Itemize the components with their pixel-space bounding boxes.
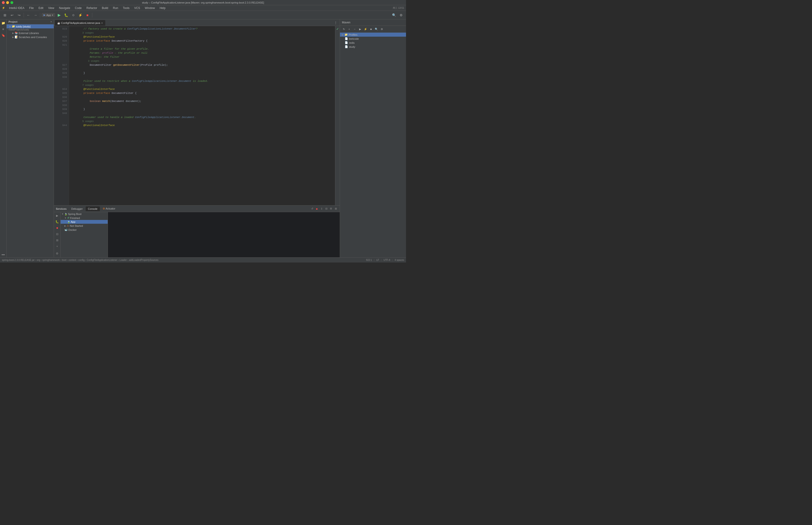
- menu-window[interactable]: Window: [143, 6, 157, 10]
- finished-item[interactable]: ▼ ↺ Finished: [61, 216, 108, 220]
- rerun-btn[interactable]: ↺: [310, 207, 314, 211]
- maven-leetcode-item[interactable]: 📄 leetcode: [340, 37, 406, 41]
- expand-btn[interactable]: +: [55, 244, 60, 249]
- layout-btn[interactable]: ⊞: [334, 207, 338, 211]
- maximize-btn[interactable]: [11, 1, 13, 4]
- menu-app[interactable]: IntelliJ IDEA: [7, 6, 26, 10]
- run-configuration[interactable]: ▶ App ▾: [42, 13, 55, 17]
- profiles-label: Profiles: [349, 33, 357, 36]
- tab-options-btn[interactable]: ⋮: [333, 20, 339, 26]
- maven-expand-btn[interactable]: ▶: [358, 27, 363, 31]
- project-settings-icon[interactable]: ▾: [50, 20, 52, 23]
- menu-tools[interactable]: Tools: [121, 6, 131, 10]
- run-button[interactable]: ▶: [56, 12, 62, 18]
- status-bar: spring-boot-2.3.0.RELEASE.jar › org › sp…: [0, 257, 406, 262]
- root-folder-icon: 📁: [12, 25, 15, 28]
- scratches-icon: 📝: [15, 35, 18, 39]
- menu-file[interactable]: File: [27, 6, 35, 10]
- close-btn[interactable]: [2, 1, 5, 4]
- scratches-item[interactable]: ▶ 📝 Scratches and Consoles: [6, 35, 54, 39]
- maven-profiles-item[interactable]: ▶ 📁 Profiles: [340, 33, 406, 37]
- line-numbers: 919 920 928 921 927 928 929 930 934 935 …: [58, 26, 69, 205]
- menu-refactor[interactable]: Refactor: [85, 6, 99, 10]
- more-tools-btn[interactable]: •••: [1, 252, 6, 257]
- redo-btn[interactable]: ↪: [16, 12, 22, 18]
- run-svc-btn[interactable]: ▶: [55, 213, 60, 218]
- status-path[interactable]: spring-boot-2.3.0.RELEASE.jar › org › sp…: [2, 259, 158, 261]
- settings2-btn[interactable]: ⚙: [329, 207, 333, 211]
- maven-redis-item[interactable]: 📄 redis: [340, 41, 406, 45]
- project-view-btn[interactable]: ⊞: [2, 12, 8, 18]
- minimize-btn[interactable]: [6, 1, 9, 4]
- status-encoding[interactable]: UTF-8: [384, 259, 390, 261]
- coverage-btn[interactable]: ⊙: [70, 12, 76, 18]
- maven-settings-btn[interactable]: ⚙: [380, 27, 384, 31]
- undo-btn[interactable]: ↩: [9, 12, 15, 18]
- project-icon-btn[interactable]: 📁: [1, 20, 6, 26]
- tab-close-btn[interactable]: ✕: [101, 22, 103, 24]
- project-panel-header: Project ▾: [6, 19, 54, 24]
- back-btn[interactable]: ←: [25, 12, 31, 18]
- finished-icon: ↺: [67, 216, 69, 220]
- forward-btn[interactable]: →: [32, 12, 39, 18]
- maven-run-btn[interactable]: ⚡: [363, 27, 368, 31]
- root-name: sutdy [study]: [16, 25, 30, 28]
- menu-view[interactable]: View: [46, 6, 56, 10]
- search-everywhere-btn[interactable]: 🔍: [391, 12, 397, 18]
- code-editor[interactable]: 919 920 928 921 927 928 929 930 934 935 …: [54, 26, 340, 205]
- menu-navigate[interactable]: Navigate: [57, 6, 72, 10]
- maven-add-btn[interactable]: +: [347, 27, 352, 31]
- ext-lib-chevron: ▶: [12, 32, 14, 34]
- maven-stop-btn[interactable]: ■: [369, 27, 373, 31]
- debugger-tab[interactable]: Debugger: [69, 207, 85, 211]
- filter-btn[interactable]: ⊟: [324, 207, 328, 211]
- stop-svc-btn[interactable]: ■: [55, 225, 60, 230]
- editor-gutter: [54, 26, 58, 205]
- debug-button[interactable]: 🐛: [63, 12, 69, 18]
- status-position[interactable]: 922:1: [366, 259, 372, 261]
- spring-chevron: ▼: [61, 213, 64, 215]
- redis-icon: 📄: [345, 41, 348, 44]
- stop-btn[interactable]: ■: [85, 12, 91, 18]
- not-started-icon: ⚠: [67, 224, 69, 227]
- window-controls[interactable]: [2, 1, 13, 4]
- filter-svc-btn[interactable]: ⊟: [55, 231, 60, 237]
- menu-code[interactable]: Code: [73, 6, 84, 10]
- project-root-item[interactable]: ▶ 📁 sutdy [study]: [6, 24, 54, 28]
- not-started-item[interactable]: ▶ ⚠ Not Started: [61, 224, 108, 228]
- maven-header: Maven: [340, 19, 406, 26]
- finished-chevron: ▼: [64, 217, 67, 219]
- docker-item[interactable]: 🐋 Docker: [61, 228, 108, 232]
- menu-edit[interactable]: Edit: [37, 6, 45, 10]
- status-indent[interactable]: 4 spaces: [395, 259, 404, 261]
- stop-process-btn[interactable]: ■: [315, 207, 319, 211]
- spring-boot-item[interactable]: ▼ 🍃 Spring Boot: [61, 212, 108, 216]
- status-lf[interactable]: LF: [377, 259, 379, 261]
- profile-btn[interactable]: ⚡: [77, 12, 84, 18]
- external-libraries-item[interactable]: ▶ 📚 External Libraries: [6, 31, 54, 35]
- spring-boot-label: Spring Boot: [68, 213, 82, 215]
- settings-svc-btn[interactable]: ⚙: [55, 251, 60, 256]
- actuator-tab[interactable]: ⚙ Actuator: [100, 206, 118, 211]
- settings-btn[interactable]: ⚙: [398, 12, 404, 18]
- structure-icon-btn[interactable]: ≡: [1, 27, 6, 32]
- maven-refresh-btn[interactable]: ↻: [341, 27, 346, 31]
- menu-build[interactable]: Build: [100, 6, 110, 10]
- not-started-label: Not Started: [70, 224, 83, 227]
- project-panel-title: Project: [9, 20, 17, 23]
- console-tab[interactable]: Console: [86, 207, 100, 211]
- code-content[interactable]: // factory used to create a ConfigFileAp…: [69, 26, 335, 205]
- scroll-end-btn[interactable]: ⇓: [320, 207, 324, 211]
- group-btn[interactable]: ⊞: [55, 238, 60, 243]
- menu-run[interactable]: Run: [111, 6, 120, 10]
- menu-help[interactable]: Help: [158, 6, 167, 10]
- app-item[interactable]: 🍃 App: [61, 220, 108, 224]
- services-label[interactable]: Services: [56, 207, 67, 210]
- editor-tab-active[interactable]: ☕ ConfigFileApplicationListener.java ✕: [55, 20, 105, 26]
- maven-study-item[interactable]: 📄 study: [340, 45, 406, 49]
- maven-search-btn[interactable]: 🔍: [374, 27, 379, 31]
- bookmarks-icon-btn[interactable]: 🔖: [1, 33, 6, 38]
- menu-vcs[interactable]: VCS: [132, 6, 142, 10]
- debug-svc-btn[interactable]: 🐛: [55, 219, 60, 224]
- maven-collapse-btn[interactable]: −: [352, 27, 357, 31]
